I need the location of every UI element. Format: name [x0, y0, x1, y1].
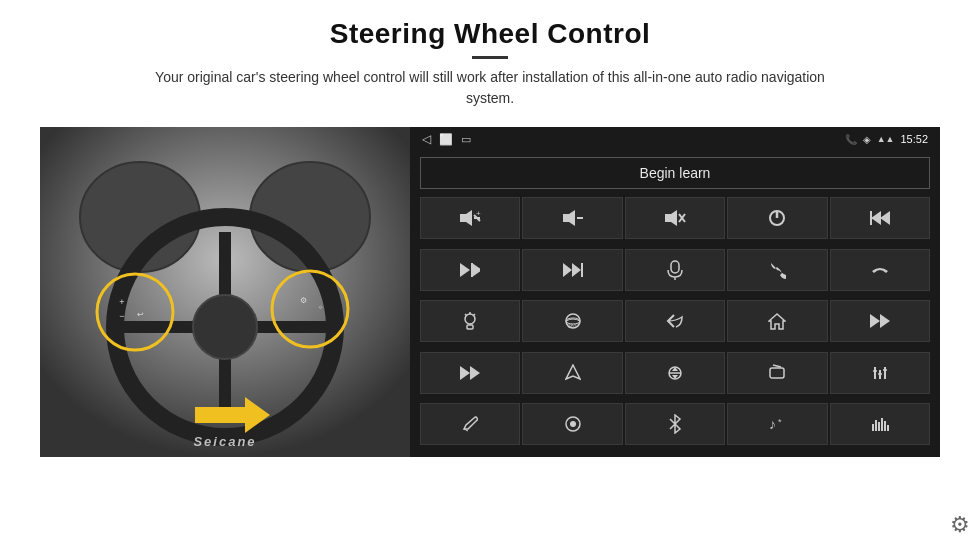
status-bar-right: 📞 ◈ ▲▲ 15:52 [845, 133, 928, 145]
svg-marker-23 [665, 210, 677, 226]
signal-icon: ▲▲ [877, 134, 895, 144]
back-btn[interactable]: ◁ [422, 132, 431, 146]
svg-rect-75 [887, 425, 889, 431]
svg-text:−: − [119, 311, 124, 321]
phone-icon: 📞 [845, 134, 857, 145]
hang-up-btn[interactable] [830, 249, 930, 291]
content-area: + − ↩ ⚙ ⬦ Seicane ◁ ⬜ [40, 127, 940, 457]
svg-text:360°: 360° [568, 323, 578, 329]
svg-marker-28 [880, 211, 890, 225]
svg-marker-48 [870, 314, 880, 328]
status-bar-left: ◁ ⬜ ▭ [422, 132, 471, 146]
svg-text:⚙: ⚙ [300, 296, 307, 305]
title-divider [472, 56, 508, 59]
vol-up-btn[interactable]: + [420, 197, 520, 239]
svg-line-43 [474, 314, 476, 316]
page-title: Steering Wheel Control [140, 18, 840, 50]
svg-text:*: * [778, 417, 782, 427]
begin-learn-button[interactable]: Begin learn [420, 157, 930, 189]
music-btn[interactable]: ♪* [727, 403, 827, 445]
prev-skip-btn[interactable] [830, 197, 930, 239]
svg-text:⬦: ⬦ [318, 302, 323, 311]
bluetooth-btn[interactable] [625, 403, 725, 445]
svg-text:↩: ↩ [137, 310, 144, 319]
location-icon: ◈ [863, 134, 871, 145]
recent-btn[interactable]: ▭ [461, 133, 471, 146]
back-nav-btn[interactable] [625, 300, 725, 342]
radio-btn[interactable] [727, 352, 827, 394]
svg-rect-37 [671, 261, 679, 273]
seicane-label: Seicane [193, 434, 256, 449]
svg-rect-74 [884, 421, 886, 431]
next-btn[interactable] [420, 249, 520, 291]
svg-text:♪: ♪ [769, 416, 776, 432]
svg-text:+: + [119, 297, 124, 307]
svg-line-42 [465, 314, 467, 316]
fwd-btn[interactable] [522, 249, 622, 291]
vol-down-btn[interactable] [522, 197, 622, 239]
skip-back-btn[interactable] [830, 300, 930, 342]
svg-point-67 [570, 421, 576, 427]
svg-line-58 [773, 365, 781, 367]
svg-rect-71 [875, 420, 877, 431]
spectrum-btn[interactable] [830, 403, 930, 445]
navigate-btn[interactable] [522, 352, 622, 394]
camera-360-btn[interactable]: 360° [522, 300, 622, 342]
svg-point-8 [193, 295, 257, 359]
time-display: 15:52 [900, 133, 928, 145]
svg-rect-57 [770, 368, 784, 378]
begin-learn-row: Begin learn [410, 151, 940, 195]
svg-marker-52 [566, 365, 580, 379]
power-btn[interactable] [727, 197, 827, 239]
title-section: Steering Wheel Control Your original car… [140, 18, 840, 121]
circle-btn[interactable] [522, 403, 622, 445]
edit-btn[interactable] [420, 403, 520, 445]
mic-btn[interactable] [625, 249, 725, 291]
swap-btn[interactable] [625, 352, 725, 394]
subtitle-text: Your original car's steering wheel contr… [140, 67, 840, 109]
call-btn[interactable] [727, 249, 827, 291]
svg-marker-47 [769, 314, 785, 329]
svg-marker-17 [460, 210, 472, 226]
car-image: + − ↩ ⚙ ⬦ Seicane [40, 127, 410, 457]
equalizer-btn[interactable] [830, 352, 930, 394]
svg-marker-51 [470, 366, 480, 380]
dashboard-panel: ◁ ⬜ ▭ 📞 ◈ ▲▲ 15:52 Begin learn [410, 127, 940, 457]
svg-rect-30 [870, 211, 872, 225]
light-btn[interactable] [420, 300, 520, 342]
settings-area: ⚙ [950, 512, 970, 538]
home-btn[interactable]: ⬜ [439, 133, 453, 146]
svg-rect-70 [872, 424, 874, 431]
svg-marker-35 [572, 263, 581, 277]
mute-btn[interactable] [625, 197, 725, 239]
svg-rect-72 [878, 422, 880, 431]
svg-marker-50 [460, 366, 470, 380]
svg-rect-73 [881, 418, 883, 431]
controls-grid: + [410, 195, 940, 457]
svg-text:+: + [476, 209, 481, 218]
svg-marker-49 [880, 314, 890, 328]
svg-marker-34 [563, 263, 572, 277]
svg-marker-29 [871, 211, 881, 225]
skip-next2-btn[interactable] [420, 352, 520, 394]
svg-rect-39 [467, 325, 473, 329]
settings-button[interactable]: ⚙ [950, 512, 970, 538]
svg-marker-21 [563, 210, 575, 226]
svg-marker-33 [472, 263, 480, 277]
status-bar: ◁ ⬜ ▭ 📞 ◈ ▲▲ 15:52 [410, 127, 940, 151]
home-nav-btn[interactable] [727, 300, 827, 342]
svg-marker-31 [460, 263, 470, 277]
